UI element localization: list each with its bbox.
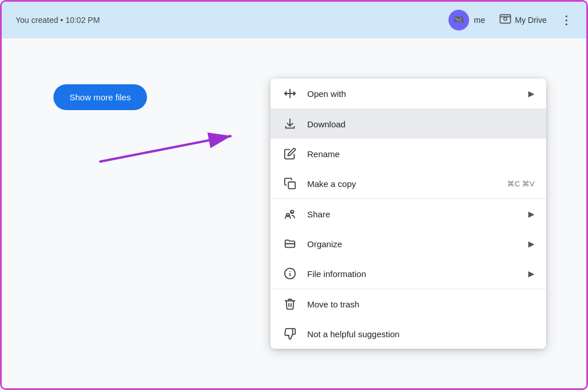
menu-item-download[interactable]: Download bbox=[270, 109, 546, 139]
svg-rect-2 bbox=[500, 14, 510, 23]
organize-arrow: ▶ bbox=[528, 239, 535, 248]
menu-item-organize[interactable]: Organize ▶ bbox=[270, 229, 546, 259]
rename-icon bbox=[282, 146, 298, 162]
show-more-files-button[interactable]: Show more files bbox=[53, 84, 147, 110]
trash-icon bbox=[282, 296, 298, 312]
menu-item-not-helpful[interactable]: Not a helpful suggestion bbox=[270, 319, 546, 349]
menu-section-1: Open with ▶ bbox=[270, 79, 546, 109]
open-with-label: Open with bbox=[307, 89, 524, 99]
user-label: me bbox=[474, 15, 485, 25]
copy-icon bbox=[282, 176, 298, 192]
menu-item-rename[interactable]: Rename bbox=[270, 139, 546, 169]
menu-item-make-copy[interactable]: Make a copy ⌘C ⌘V bbox=[270, 169, 546, 198]
top-bar: You created • 10:02 PM 🎮 me My Drive ⋮ bbox=[2, 2, 586, 38]
my-drive[interactable]: My Drive bbox=[499, 13, 547, 28]
avatar: 🎮 bbox=[448, 10, 469, 30]
main-content: Show more files Open with ▶ bbox=[2, 38, 586, 388]
avatar-group: 🎮 me bbox=[448, 10, 485, 30]
thumbs-down-icon bbox=[282, 326, 298, 342]
more-options-button[interactable]: ⋮ bbox=[560, 13, 572, 27]
trash-label: Move to trash bbox=[307, 299, 535, 309]
share-arrow: ▶ bbox=[528, 209, 535, 219]
info-icon bbox=[282, 266, 298, 282]
menu-item-open-with[interactable]: Open with ▶ bbox=[270, 79, 546, 108]
file-info-label: File information bbox=[307, 269, 524, 279]
organize-icon bbox=[282, 236, 298, 252]
rename-label: Rename bbox=[307, 149, 535, 159]
make-copy-shortcut: ⌘C ⌘V bbox=[507, 180, 535, 188]
share-icon bbox=[282, 206, 298, 222]
svg-rect-7 bbox=[288, 182, 295, 189]
drive-icon bbox=[499, 13, 512, 28]
menu-item-file-info[interactable]: File information ▶ bbox=[270, 259, 546, 288]
organize-label: Organize bbox=[307, 239, 524, 249]
created-text: You created • 10:02 PM bbox=[16, 15, 100, 25]
open-with-arrow: ▶ bbox=[528, 89, 535, 98]
svg-text:🎮: 🎮 bbox=[453, 14, 465, 25]
download-icon bbox=[282, 116, 298, 132]
context-menu: Open with ▶ Download bbox=[270, 79, 546, 349]
menu-section-2: Download Rename Make a c bbox=[270, 109, 546, 199]
svg-point-3 bbox=[504, 17, 507, 21]
top-bar-left: You created • 10:02 PM bbox=[16, 15, 439, 25]
share-label: Share bbox=[307, 209, 524, 219]
menu-section-3: Share ▶ Organize ▶ bbox=[270, 199, 546, 289]
menu-item-share[interactable]: Share ▶ bbox=[270, 199, 546, 229]
not-helpful-label: Not a helpful suggestion bbox=[307, 329, 535, 339]
menu-section-4: Move to trash Not a helpful suggestion bbox=[270, 289, 546, 349]
my-drive-label: My Drive bbox=[515, 15, 547, 25]
menu-item-trash[interactable]: Move to trash bbox=[270, 289, 546, 319]
top-bar-right: 🎮 me My Drive ⋮ bbox=[448, 10, 572, 30]
file-info-arrow: ▶ bbox=[528, 269, 535, 278]
download-label: Download bbox=[307, 119, 535, 129]
make-copy-label: Make a copy bbox=[307, 179, 507, 189]
svg-line-6 bbox=[99, 136, 231, 162]
open-with-icon bbox=[282, 85, 298, 102]
